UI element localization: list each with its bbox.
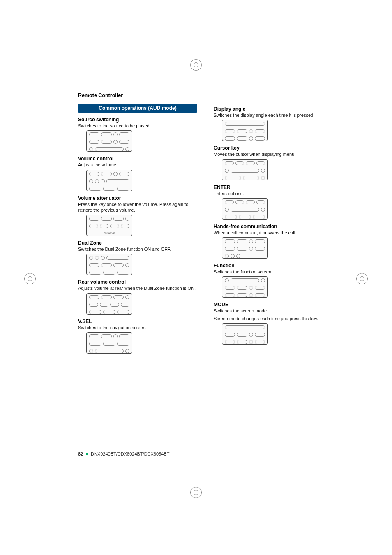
item-source-switching: Source switching Switches to the source … (78, 117, 197, 152)
item-title: Cursor key (214, 145, 333, 151)
remote-illustration (86, 293, 132, 314)
registration-mark-left (23, 271, 37, 286)
item-volume-control: Volume control Adjusts the volume. (78, 156, 197, 191)
model-list: DNX9240BT/DDX8024BT/DDX8054BT (91, 451, 169, 456)
item-title: Display angle (214, 106, 333, 112)
item-cursor-key: Cursor key Moves the cursor when display… (214, 145, 333, 180)
item-title: V.SEL (78, 319, 197, 324)
item-text: Moves the cursor when displaying menu. (214, 151, 333, 157)
item-volume-attenuator: Volume attenuator Press the key once to … (78, 195, 197, 236)
item-function: Function Switches the function screen. (214, 263, 333, 298)
mode-banner: Common operations (AUD mode) (78, 104, 197, 113)
item-text: Switches to the navigation screen. (78, 325, 197, 331)
remote-illustration: KENWOOD (86, 215, 132, 236)
left-column: Common operations (AUD mode) Source swit… (78, 104, 197, 358)
item-text: Enters options. (214, 191, 333, 197)
item-dual-zone: Dual Zone Switches the Dual Zone functio… (78, 240, 197, 275)
remote-illustration (222, 198, 268, 220)
bullet-icon: ● (84, 451, 90, 456)
item-text: Switches the screen mode. (214, 308, 333, 314)
columns: Common operations (AUD mode) Source swit… (78, 104, 337, 358)
right-column: Display angle Switches the display angle… (214, 104, 333, 358)
item-text: Adjusts volume at rear when the Dual Zon… (78, 285, 197, 291)
remote-illustration (222, 159, 268, 180)
remote-illustration (86, 332, 132, 354)
remote-illustration (86, 130, 132, 152)
item-enter: ENTER Enters options. (214, 185, 333, 220)
item-title: Source switching (78, 117, 197, 123)
item-text: Switches the display angle each time it … (214, 112, 333, 118)
item-title: Rear volume control (78, 279, 197, 285)
item-rear-volume: Rear volume control Adjusts volume at re… (78, 279, 197, 314)
remote-illustration (222, 120, 268, 141)
item-mode: MODE Switches the screen mode. Screen mo… (214, 302, 333, 345)
remote-illustration (222, 237, 268, 259)
item-title: Function (214, 263, 333, 268)
item-title: Volume control (78, 156, 197, 162)
item-display-angle: Display angle Switches the display angle… (214, 106, 333, 141)
registration-mark-top (189, 58, 203, 72)
item-text: Adjusts the volume. (78, 162, 197, 168)
item-title: Dual Zone (78, 240, 197, 246)
section-header: Remote Controller (78, 92, 337, 98)
item-text: When a call comes in, it answers the cal… (214, 230, 333, 236)
registration-mark-bottom (189, 485, 203, 500)
item-title: ENTER (214, 185, 333, 190)
item-text: Switches to the source to be played. (78, 123, 197, 129)
item-hands-free: Hands-free communication When a call com… (214, 224, 333, 259)
registration-mark-right (355, 271, 369, 286)
item-title: Hands-free communication (214, 224, 333, 229)
remote-illustration (222, 276, 268, 298)
remote-illustration (86, 170, 132, 191)
item-text-2: Screen mode changes each time you press … (214, 316, 333, 321)
remote-illustration (222, 323, 268, 345)
divider (78, 99, 337, 99)
item-text: Switches the function screen. (214, 269, 333, 275)
item-title: Volume attenuator (78, 195, 197, 201)
page-number: 82 (78, 451, 83, 456)
remote-illustration (86, 254, 132, 275)
item-title: MODE (214, 302, 333, 308)
page-content: Remote Controller Common operations (AUD… (78, 92, 337, 358)
item-text: Press the key once to lower the volume. … (78, 201, 197, 213)
page-footer: 82 ● DNX9240BT/DDX8024BT/DDX8054BT (78, 451, 169, 456)
item-text: Switches the Dual Zone function ON and O… (78, 246, 197, 252)
item-vsel: V.SEL Switches to the navigation screen. (78, 319, 197, 354)
